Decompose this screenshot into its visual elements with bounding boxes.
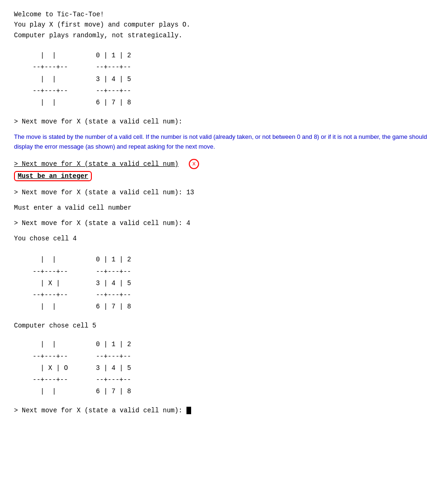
final-prompt: > Next move for X (state a valid cell nu… [14,407,434,414]
board-xo-left: | | --+---+-- | X | O --+---+-- | | [33,339,68,397]
board-x-right: 0 | 1 | 2 --+---+-- 3 | 4 | 5 --+---+-- … [96,254,131,313]
final-prompt-text: > Next move for X (state a valid cell nu… [14,407,182,414]
error-line1: > Next move for X (state a valid cell nu… [14,187,434,198]
error-line3: > Next move for X (state a valid cell nu… [14,218,434,229]
computer-chose-label: Computer chose cell 5 [14,322,434,329]
must-be-integer-line: Must be an integer [14,169,434,183]
next-move-underline-text: > Next move for X (state a valid cell nu… [14,160,179,168]
intro-line2: You play X (first move) and computer pla… [14,20,434,30]
first-prompt: > Next move for X (state a valid cell nu… [14,118,434,125]
empty-board-right: 0 | 1 | 2 --+---+-- 3 | 4 | 5 --+---+-- … [96,50,131,109]
must-be-integer-text: Must be an integer [14,171,92,181]
intro-line1: Welcome to Tic-Tac-Toe! [14,9,434,20]
empty-board-left: | | --+---+-- | | --+---+-- | | [33,50,68,109]
board-x-section: | | --+---+-- | X | --+---+-- | | 0 | 1 … [33,254,434,313]
next-move-with-error-input: > Next move for X (state a valid cell nu… [14,159,434,169]
intro-section: Welcome to Tic-Tac-Toe! You play X (firs… [14,9,434,41]
cursor [186,407,191,414]
board-xo-section: | | --+---+-- | X | O --+---+-- | | 0 | … [33,339,434,397]
colon-space [181,160,185,168]
description-text: The move is stated by the number of a va… [14,132,434,152]
error-input-x: x [189,159,199,169]
you-chose-cell4: You chose cell 4 [14,233,434,245]
error-line2: Must enter a valid cell number [14,202,434,214]
board-x-left: | | --+---+-- | X | --+---+-- | | [33,254,68,313]
board-xo-right: 0 | 1 | 2 --+---+-- 3 | 4 | 5 --+---+-- … [96,339,131,397]
intro-line3: Computer plays randomly, not strategical… [14,30,434,41]
error-section: > Next move for X (state a valid cell nu… [14,159,434,245]
empty-board-section: | | --+---+-- | | --+---+-- | | 0 | 1 | … [33,50,434,109]
